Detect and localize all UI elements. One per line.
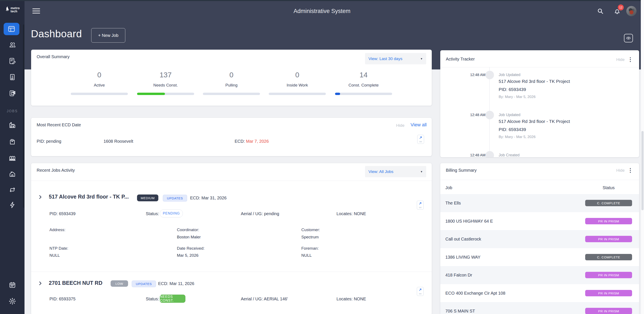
stat-label: Active [71, 83, 128, 88]
sidebar: metro tech $ JOBS [0, 0, 24, 314]
notification-badge: 12 [618, 4, 624, 10]
ecd-pid: PID: pending [37, 139, 61, 144]
sidebar-item-properties[interactable] [0, 154, 24, 162]
stat-active: 0 Active [71, 71, 128, 95]
stat-value: 137 [137, 71, 194, 78]
avatar[interactable] [626, 6, 636, 16]
progress-bar [137, 93, 194, 95]
dropdown-value: View: All Jobs [368, 169, 394, 174]
sidebar-item-utilities[interactable] [0, 201, 24, 209]
open-record-button[interactable] [417, 135, 424, 144]
stat-needs-const: 137 Needs Const. [137, 71, 194, 95]
sidebar-item-calendar[interactable] [0, 281, 24, 289]
stat-value: 0 [203, 71, 260, 78]
page-scrollbar-track[interactable] [641, 0, 644, 314]
stat-value: 0 [71, 71, 128, 78]
field-value: Mar 5, 2026 [177, 253, 198, 258]
ecd-date-value: Mar 7, 2026 [246, 139, 269, 144]
gear-icon [8, 298, 16, 305]
jobs-view-filter-dropdown[interactable]: View: All Jobs ▼ [365, 166, 426, 177]
billing-job-name: 1800 US HIGHWAY 64 E [446, 212, 493, 230]
table-row[interactable]: 1386 LIVING WAY C. COMPLETE [440, 248, 639, 266]
ecd-date: ECD: Mar 7, 2026 [235, 139, 269, 144]
job-locates: Locates: NONE [336, 211, 366, 216]
billing-status-badge: C. COMPLETE [585, 200, 632, 206]
field-label: Date Received: [177, 246, 204, 251]
stat-label: Inside Work [269, 83, 326, 88]
table-row[interactable]: 418 Falcon Dr PR IN PRISM [440, 266, 639, 284]
work-orders-icon [8, 57, 16, 65]
sidebar-item-intake[interactable] [0, 138, 24, 146]
sidebar-scrollbar[interactable] [23, 24, 24, 208]
table-row[interactable]: Call out Castlerock PR IN PRISM [440, 230, 639, 248]
search-button[interactable] [597, 8, 604, 15]
divider [440, 67, 639, 67]
entry-title[interactable]: 517 Alcove Rd 3rd floor - TK Project [499, 79, 570, 84]
kebab-menu-icon[interactable]: ⋮ [628, 168, 633, 173]
sidebar-item-users[interactable] [0, 41, 24, 49]
new-job-button[interactable]: + New Job [91, 28, 125, 42]
calendar-icon [8, 281, 16, 289]
table-row[interactable]: 706 S MAIN ST PR IN PRISM [440, 302, 639, 314]
stat-value: 14 [335, 71, 392, 78]
card-title: Billing Summary [446, 168, 476, 173]
job-locates: Locates: NONE [336, 296, 366, 302]
kebab-menu-icon[interactable]: ⋮ [628, 57, 633, 62]
sidebar-section-jobs: JOBS [0, 109, 24, 113]
billing-status-badge: C. COMPLETE [585, 254, 632, 260]
overall-summary-card: Overall Summary View: Last 30 days ▼ 0 A… [31, 50, 432, 106]
expand-job-button[interactable] [38, 280, 43, 287]
job-title[interactable]: 517 Alcove Rd 3rd floor - TK P... [49, 194, 129, 200]
sidebar-item-home[interactable] [0, 170, 24, 178]
sidebar-item-invoices[interactable]: $ [0, 73, 24, 81]
table-row[interactable]: ECO 400 Exchange Cir Apt 108 PR IN PRISM [440, 284, 639, 302]
divider [440, 180, 639, 180]
entry-action: Job Updated [499, 113, 520, 117]
stat-value: 0 [269, 71, 326, 78]
hide-link[interactable]: Hide [616, 57, 624, 62]
sidebar-item-factory[interactable] [0, 121, 24, 129]
utilities-icon [8, 201, 16, 209]
ecd-address: 1608 Roosevelt [104, 139, 133, 144]
logo-mark-icon [5, 6, 10, 13]
page-scrollbar-thumb[interactable] [642, 131, 644, 210]
view-all-link[interactable]: View all [411, 122, 427, 128]
job-book-icon [8, 90, 16, 97]
sidebar-item-dashboard[interactable] [4, 23, 20, 35]
stat-label: Const. Complete [335, 83, 392, 88]
svg-text:$: $ [12, 75, 13, 78]
card-title: Overall Summary [37, 54, 70, 59]
hide-link[interactable]: Hide [616, 168, 624, 173]
expand-job-button[interactable] [38, 194, 43, 201]
sidebar-item-job-book[interactable] [0, 90, 24, 97]
stat-label: Needs Const. [137, 83, 194, 88]
widget-visibility-button[interactable] [624, 34, 633, 42]
field-label: Customer: [301, 228, 320, 232]
entry-time: 12:48 AM [462, 153, 486, 157]
job-title[interactable]: 2701 BEECH NUT RD [49, 280, 102, 286]
table-row[interactable]: 1800 US HIGHWAY 64 E PR IN PRISM [440, 212, 639, 230]
sidebar-item-work-orders[interactable] [0, 57, 24, 65]
priority-badge: LOW [110, 280, 128, 287]
avatar-placeholder [486, 151, 494, 157]
entry-title[interactable]: 517 Alcove Rd 3rd floor - TK Project [499, 119, 570, 124]
sidebar-item-recurring[interactable] [0, 186, 24, 194]
card-title: Most Recent ECD Date [37, 122, 81, 128]
field-value: NULL [50, 253, 60, 258]
open-job-button[interactable] [417, 287, 424, 296]
overall-view-filter-dropdown[interactable]: View: Last 30 days ▼ [365, 53, 426, 64]
job-ecd: ECD: Mar 31, 2026 [190, 196, 226, 200]
stat-label: Pulling [203, 83, 260, 88]
sidebar-item-settings[interactable] [0, 298, 24, 305]
field-label: NTP Date: [50, 246, 68, 251]
open-job-button[interactable] [417, 201, 424, 210]
hide-link[interactable]: Hide [396, 123, 404, 128]
billing-job-name: Call out Castlerock [446, 230, 481, 248]
table-row[interactable]: The Ells C. COMPLETE [440, 194, 639, 212]
chevron-right-icon [38, 194, 43, 200]
job-pid: PID: 6593375 [50, 296, 76, 302]
priority-badge: MEDIUM [137, 194, 158, 201]
dashboard-screen: metro tech $ JOBS [0, 0, 644, 314]
top-edge-strip [0, 0, 644, 1]
entry-time: 12:48 AM [462, 73, 486, 77]
